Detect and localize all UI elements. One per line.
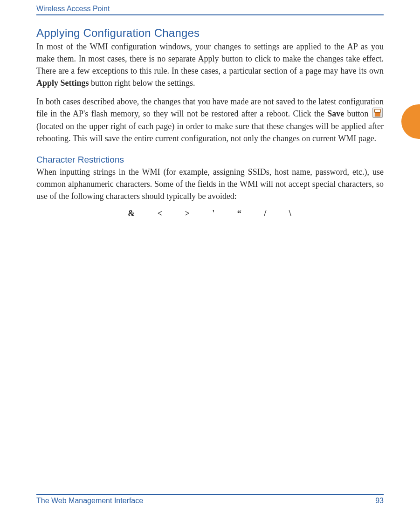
page-edge-tab — [401, 104, 420, 139]
footer-section-name: The Web Management Interface — [36, 497, 143, 505]
header-rule — [36, 14, 384, 15]
text-fragment: In most of the WMI configuration windows… — [36, 42, 384, 75]
para-applying-config-2: In both cases described above, the chang… — [36, 96, 384, 144]
save-label: Save — [327, 109, 344, 118]
running-header: Wireless Access Point — [36, 0, 384, 14]
save-icon — [372, 108, 383, 118]
section-title-character-restrictions: Character Restrictions — [36, 155, 384, 165]
section-title-applying-config: Applying Configuration Changes — [36, 27, 384, 40]
para-character-restrictions: When inputting strings in the WMI (for e… — [36, 166, 384, 202]
text-fragment: button right below the settings. — [89, 78, 195, 88]
text-fragment: (located on the upper right of each page… — [36, 122, 384, 143]
text-fragment: button — [344, 109, 372, 118]
restricted-characters-list: & < > ' “ / \ — [36, 209, 384, 219]
para-applying-config-1: In most of the WMI configuration windows… — [36, 41, 384, 89]
page-footer: The Web Management Interface 93 — [36, 494, 384, 505]
apply-settings-label: Apply Settings — [36, 78, 89, 88]
footer-page-number: 93 — [375, 497, 384, 505]
